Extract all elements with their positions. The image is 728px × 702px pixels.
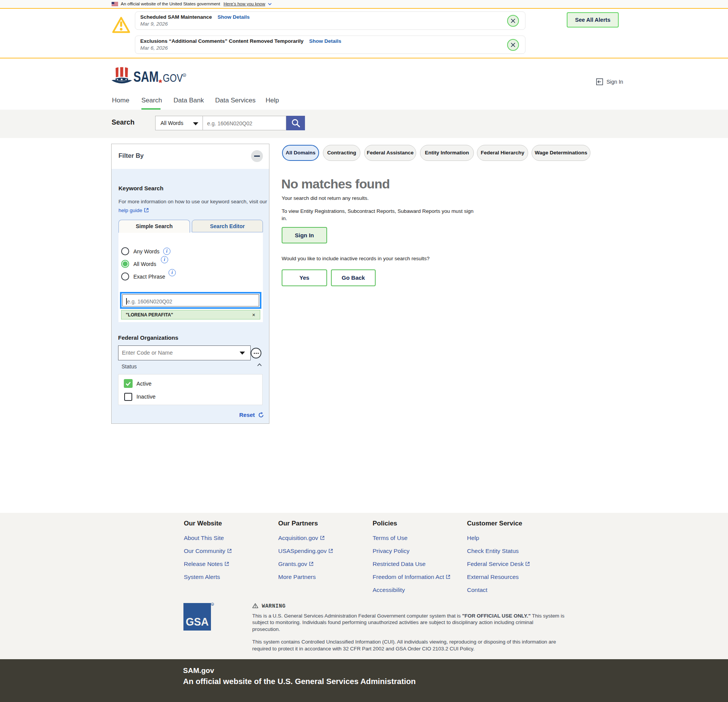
svg-text:SAM: SAM — [133, 68, 159, 84]
svg-text:R: R — [212, 603, 213, 606]
svg-text:GSA: GSA — [186, 616, 209, 628]
svg-text:R: R — [184, 74, 185, 76]
svg-text:GOV: GOV — [163, 72, 183, 84]
